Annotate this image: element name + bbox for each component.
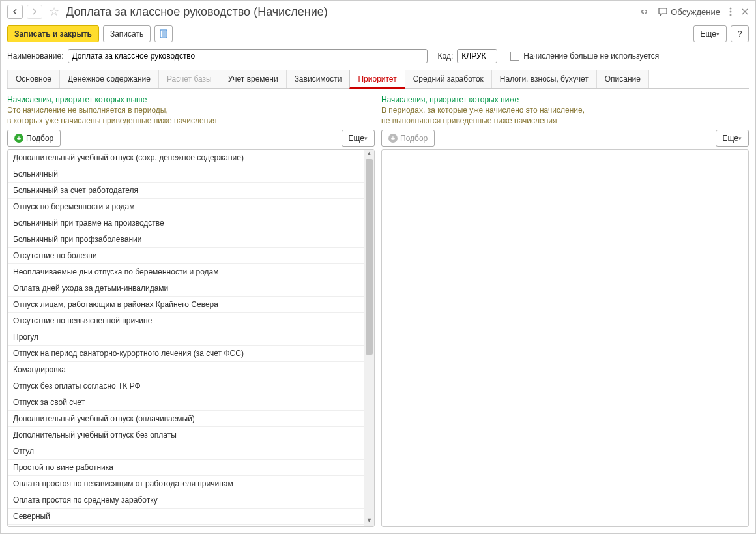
list-item[interactable]: Оплата простоя по независящим от работод… bbox=[8, 476, 364, 492]
svg-point-0 bbox=[730, 8, 732, 10]
svg-point-2 bbox=[730, 14, 732, 16]
tab-8[interactable]: Описание bbox=[596, 70, 649, 88]
scroll-down-icon[interactable]: ▼ bbox=[364, 517, 374, 526]
not-used-checkbox[interactable] bbox=[510, 52, 519, 61]
left-panel-title: Начисления, приоритет которых выше bbox=[7, 95, 375, 104]
tab-0[interactable]: Основное bbox=[7, 70, 60, 88]
list-item[interactable]: Отпуск на период санаторно-курортного ле… bbox=[8, 346, 364, 362]
tab-6[interactable]: Средний заработок bbox=[405, 70, 492, 88]
link-icon[interactable] bbox=[638, 7, 648, 17]
nav-back-button[interactable] bbox=[7, 5, 23, 19]
list-item[interactable]: Дополнительный отпуск за ненормированный… bbox=[8, 525, 364, 526]
discuss-button[interactable]: Обсуждение bbox=[658, 7, 720, 17]
close-button[interactable] bbox=[741, 8, 749, 16]
list-item[interactable]: Больничный bbox=[8, 166, 364, 183]
tab-3[interactable]: Учет времени bbox=[220, 70, 287, 88]
list-item[interactable]: Дополнительный учебный отпуск (оплачивае… bbox=[8, 411, 364, 427]
code-label: Код: bbox=[438, 52, 454, 61]
right-panel-title: Начисления, приоритет которых ниже bbox=[381, 95, 749, 104]
left-scrollbar[interactable]: ▲ ▼ bbox=[364, 150, 374, 526]
discuss-label: Обсуждение bbox=[671, 7, 720, 17]
tab-4[interactable]: Зависимости bbox=[286, 70, 351, 88]
kebab-menu-icon[interactable] bbox=[729, 7, 732, 16]
right-pick-label: Подбор bbox=[400, 134, 428, 143]
save-close-button[interactable]: Записать и закрыть bbox=[7, 25, 99, 42]
list-item[interactable]: Отпуск без оплаты согласно ТК РФ bbox=[8, 378, 364, 394]
plus-icon: + bbox=[388, 134, 398, 143]
save-button[interactable]: Записать bbox=[103, 25, 151, 42]
list-item[interactable]: Отпуск по беременности и родам bbox=[8, 199, 364, 215]
scroll-thumb[interactable] bbox=[366, 159, 373, 355]
svg-point-1 bbox=[730, 11, 732, 13]
list-item[interactable]: Отпуск за свой счет bbox=[8, 394, 364, 411]
name-label: Наименование: bbox=[7, 52, 64, 61]
list-item[interactable]: Простой по вине работника bbox=[8, 460, 364, 476]
right-panel-subtitle: В периодах, за которые уже начислено это… bbox=[381, 106, 749, 126]
list-item[interactable]: Отпуск лицам, работающим в районах Крайн… bbox=[8, 297, 364, 313]
right-more-button[interactable]: Еще bbox=[716, 130, 749, 147]
scroll-up-icon[interactable]: ▲ bbox=[364, 150, 374, 159]
left-pick-label: Подбор bbox=[26, 134, 53, 143]
list-item[interactable]: Больничный за счет работодателя bbox=[8, 183, 364, 199]
plus-icon: + bbox=[14, 134, 23, 143]
help-button[interactable]: ? bbox=[731, 25, 749, 42]
left-pick-button[interactable]: + Подбор bbox=[7, 130, 61, 147]
list-item[interactable]: Отсутствие по невыясненной причине bbox=[8, 313, 364, 329]
right-list-empty bbox=[382, 150, 748, 526]
list-item[interactable]: Прогул bbox=[8, 329, 364, 346]
list-item[interactable]: Больничный при травме на производстве bbox=[8, 215, 364, 231]
left-panel-subtitle: Это начисление не выполняется в периоды,… bbox=[7, 106, 375, 126]
not-used-label: Начисление больше не используется bbox=[523, 52, 659, 61]
tab-7[interactable]: Налоги, взносы, бухучет bbox=[491, 70, 597, 88]
more-button[interactable]: Еще bbox=[693, 25, 727, 42]
right-pick-button[interactable]: + Подбор bbox=[381, 130, 435, 147]
tab-5[interactable]: Приоритет bbox=[349, 70, 405, 89]
report-button[interactable] bbox=[154, 25, 173, 42]
tab-1[interactable]: Денежное содержание bbox=[59, 70, 159, 88]
code-input[interactable] bbox=[457, 49, 497, 63]
list-item[interactable]: Оплата дней ухода за детьми-инвалидами bbox=[8, 280, 364, 297]
list-item[interactable]: Оплата простоя по среднему заработку bbox=[8, 492, 364, 509]
favorite-star-icon[interactable]: ☆ bbox=[49, 5, 59, 19]
list-item[interactable]: Отсутствие по болезни bbox=[8, 248, 364, 264]
tab-2: Расчет базы bbox=[158, 70, 220, 88]
list-item[interactable]: Командировка bbox=[8, 362, 364, 378]
list-item[interactable]: Дополнительный учебный отпуск без оплаты bbox=[8, 427, 364, 443]
name-input[interactable] bbox=[68, 49, 428, 63]
list-item[interactable]: Отгул bbox=[8, 443, 364, 460]
list-item[interactable]: Больничный при профзаболевании bbox=[8, 231, 364, 248]
left-more-button[interactable]: Еще bbox=[342, 130, 375, 147]
nav-forward-button[interactable] bbox=[27, 5, 42, 19]
list-item[interactable]: Северный bbox=[8, 509, 364, 525]
list-item[interactable]: Неоплачиваемые дни отпуска по беременнос… bbox=[8, 264, 364, 280]
window-title: Доплата за классное руководство (Начисле… bbox=[66, 5, 634, 19]
list-item[interactable]: Дополнительный учебный отпуск (сохр. ден… bbox=[8, 150, 364, 166]
